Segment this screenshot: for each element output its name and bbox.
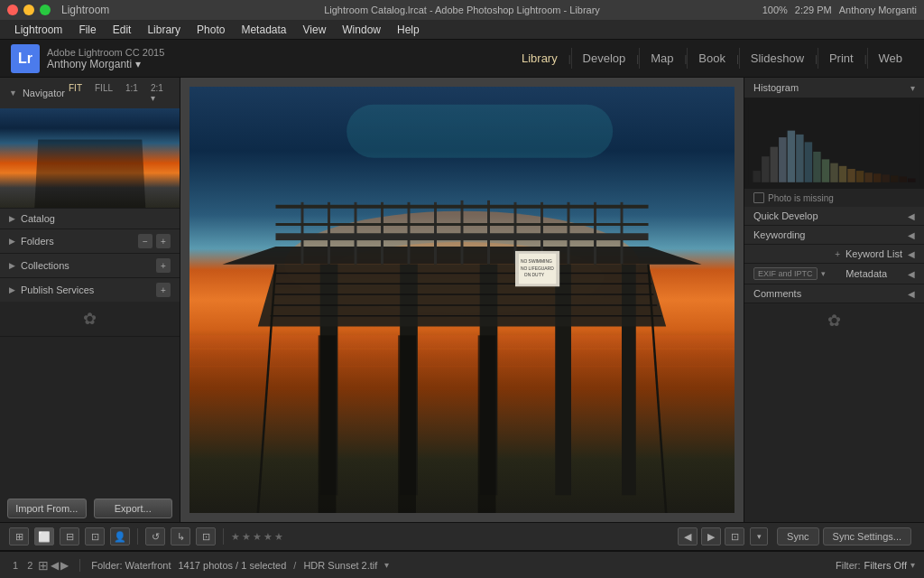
nav-fill[interactable]: FILL [91, 82, 116, 104]
filmstrip-toggle: ▾ [750, 527, 768, 545]
menu-window[interactable]: Window [335, 22, 388, 38]
folders-actions[interactable]: − + [138, 234, 171, 248]
folders-plus-btn[interactable]: + [156, 234, 171, 248]
filename-chevron[interactable]: ▾ [384, 560, 389, 570]
star-1[interactable]: ★ [231, 531, 240, 543]
user-display: Anthony Morganti [839, 5, 917, 15]
histogram-title: Histogram [753, 82, 799, 93]
folders-header[interactable]: ▶ Folders − + [0, 229, 180, 253]
star-rating[interactable]: ★ ★ ★ ★ ★ [231, 531, 283, 543]
nav-1to1[interactable]: 1:1 [122, 82, 142, 104]
module-print[interactable]: Print [818, 48, 864, 69]
module-nav[interactable]: Library | Develop | Map | Book | Slidesh… [511, 48, 913, 69]
module-develop[interactable]: Develop [571, 48, 637, 69]
close-button[interactable] [7, 5, 18, 15]
collections-actions[interactable]: + [156, 258, 171, 273]
filter-chevron[interactable]: ▾ [910, 560, 915, 570]
collections-header[interactable]: ▶ Collections + [0, 254, 180, 277]
star-3[interactable]: ★ [253, 531, 262, 543]
window-controls[interactable]: Lightroom [7, 4, 109, 16]
sync-settings-button[interactable]: Sync Settings... [823, 527, 911, 545]
titlebar: Lightroom Lightroom Catalog.lrcat - Adob… [0, 0, 924, 20]
publish-actions[interactable]: + [156, 283, 171, 297]
nav-fit[interactable]: FIT [65, 82, 86, 104]
collections-plus-btn[interactable]: + [156, 258, 171, 273]
module-slideshow[interactable]: Slideshow [739, 48, 815, 69]
maximize-button[interactable] [40, 5, 51, 15]
filmstrip-dropdown-btn[interactable]: ▾ [750, 527, 768, 545]
menu-help[interactable]: Help [390, 22, 427, 38]
folders-minus-btn[interactable]: − [138, 234, 152, 248]
photo-missing-checkbox[interactable] [753, 192, 764, 203]
import-button[interactable]: Import From... [7, 499, 87, 518]
view-loupe-button[interactable]: ⬜ [34, 527, 54, 545]
quick-develop-section[interactable]: Quick Develop ◀ [744, 207, 924, 226]
view-people-button[interactable]: 👤 [110, 527, 130, 545]
filter-label: Filter: [836, 560, 861, 571]
bottom-toolbar: ⊞ ⬜ ⊟ ⊡ 👤 ↺ ↳ ⊡ ★ ★ ★ ★ ★ ◀ ▶ ⊡ ▾ Sync S… [0, 522, 924, 551]
view-compare-button[interactable]: ⊟ [60, 527, 79, 545]
next-btn[interactable]: ▶ [701, 527, 721, 545]
menu-library[interactable]: Library [140, 22, 188, 38]
menu-metadata[interactable]: Metadata [234, 22, 293, 38]
prev-btn[interactable]: ◀ [678, 527, 698, 545]
star-4[interactable]: ★ [263, 531, 273, 543]
filter-value[interactable]: Filters Off [864, 560, 907, 571]
metadata-section[interactable]: EXIF and IPTC ▾ Metadata ◀ [744, 264, 924, 284]
catalog-title: Catalog [21, 213, 55, 224]
survey-btn[interactable]: ⊡ [196, 527, 216, 545]
minimize-button[interactable] [23, 5, 34, 15]
photo-missing-text: Photo is missing [768, 193, 834, 203]
status-thumb-btn[interactable]: ⊞ [38, 558, 49, 573]
module-library[interactable]: Library [511, 48, 568, 69]
comments-section[interactable]: Comments ◀ [744, 284, 924, 303]
menu-file[interactable]: File [71, 22, 103, 38]
nav-zoom-controls[interactable]: FIT FILL 1:1 2:1 ▾ [65, 82, 171, 104]
view-grid-button[interactable]: ⊞ [9, 527, 29, 545]
histogram-chart [748, 104, 920, 185]
keywording-section[interactable]: Keywording ◀ [744, 226, 924, 245]
publish-services-header[interactable]: ▶ Publish Services + [0, 278, 180, 302]
svg-text:NO LIFEGUARD: NO LIFEGUARD [521, 266, 554, 271]
module-web[interactable]: Web [867, 48, 914, 69]
navigator-arrow: ▼ [9, 89, 17, 98]
keyword-list-section[interactable]: + Keyword List ◀ [744, 245, 924, 264]
right-spinner: ✿ [744, 303, 924, 338]
status-loupe-btn[interactable]: 2 [23, 558, 36, 573]
filename-label: HDR Sunset 2.tif [303, 560, 377, 571]
module-map[interactable]: Map [639, 48, 684, 69]
photo-view[interactable]: NO SWIMMING NO LIFEGUARD ON DUTY [180, 78, 744, 522]
navigator-header[interactable]: ▼ Navigator FIT FILL 1:1 2:1 ▾ [0, 78, 180, 108]
svg-rect-65 [908, 179, 915, 182]
nav-2to1[interactable]: 2:1 ▾ [147, 82, 171, 104]
exif-label[interactable]: EXIF and IPTC [753, 267, 818, 280]
publish-plus-btn[interactable]: + [156, 283, 171, 297]
view-survey-button[interactable]: ⊡ [85, 527, 105, 545]
sync-button[interactable]: Sync [777, 527, 818, 545]
status-next-btn[interactable]: ▶ [60, 559, 69, 572]
status-grid-btn[interactable]: 1 [9, 558, 22, 573]
user-name[interactable]: Anthony Morganti ▾ [47, 58, 164, 70]
histogram-header[interactable]: Histogram ▾ [744, 78, 924, 98]
menu-view[interactable]: View [296, 22, 334, 38]
rotate-flag-button[interactable]: ↳ [171, 527, 190, 545]
status-prev-btn[interactable]: ◀ [51, 559, 59, 572]
menu-lightroom[interactable]: Lightroom [7, 22, 69, 38]
keyword-list-icon: ◀ [908, 249, 915, 259]
menu-photo[interactable]: Photo [189, 22, 232, 38]
menu-edit[interactable]: Edit [106, 22, 139, 38]
main-area: ▼ Navigator FIT FILL 1:1 2:1 ▾ [0, 78, 924, 522]
spinner-icon: ✿ [83, 309, 97, 329]
svg-rect-64 [900, 176, 907, 182]
exif-chevron[interactable]: ▾ [821, 269, 826, 278]
navigator-preview[interactable] [0, 108, 180, 208]
export-button[interactable]: Export... [94, 499, 173, 518]
module-book[interactable]: Book [687, 48, 736, 69]
star-2[interactable]: ★ [242, 531, 251, 543]
rotate-left-button[interactable]: ↺ [145, 527, 165, 545]
catalog-header[interactable]: ▶ Catalog [0, 209, 180, 228]
view-mode-nav[interactable]: 1 2 ⊞ ◀ ▶ [9, 558, 69, 573]
star-5[interactable]: ★ [274, 531, 283, 543]
keyword-list-title: Keyword List [845, 248, 902, 259]
slideshow-btn[interactable]: ⊡ [725, 527, 744, 545]
